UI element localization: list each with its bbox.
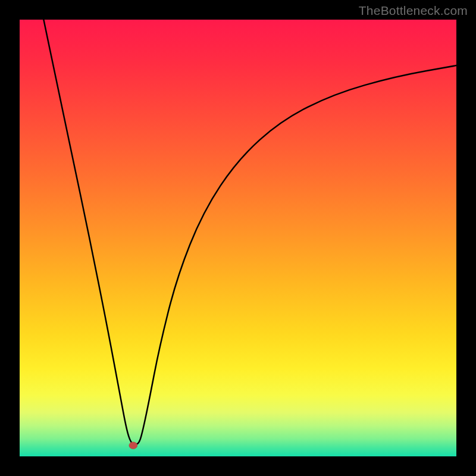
watermark-text: TheBottleneck.com — [359, 4, 468, 18]
chart-frame: TheBottleneck.com — [0, 0, 476, 476]
plot-area — [20, 20, 456, 456]
curve-layer — [20, 20, 456, 456]
min-marker — [129, 442, 137, 449]
bottleneck-curve — [43, 20, 456, 444]
